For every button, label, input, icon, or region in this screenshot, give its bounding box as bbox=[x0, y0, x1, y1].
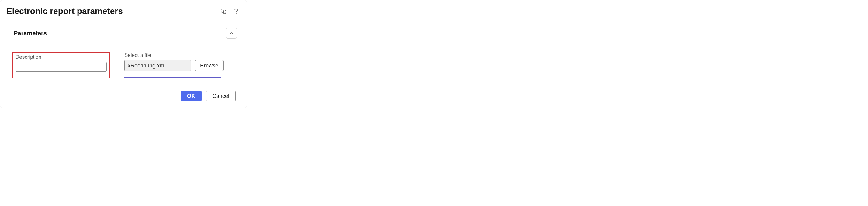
help-icon[interactable]: ? bbox=[232, 7, 241, 15]
browse-button[interactable]: Browse bbox=[195, 60, 223, 71]
section-header-parameters: Parameters bbox=[10, 25, 237, 41]
file-label: Select a file bbox=[124, 52, 223, 58]
dialog-footer: OK Cancel bbox=[6, 91, 241, 101]
dialog-header: Electronic report parameters ? bbox=[6, 6, 241, 16]
copilot-icon[interactable] bbox=[219, 7, 228, 15]
collapse-button[interactable] bbox=[226, 28, 237, 39]
cancel-button[interactable]: Cancel bbox=[206, 91, 236, 101]
description-label: Description bbox=[16, 54, 107, 60]
dialog-title: Electronic report parameters bbox=[6, 6, 123, 16]
header-icons: ? bbox=[219, 7, 241, 15]
file-name-display: xRechnung.xml bbox=[124, 60, 191, 71]
file-row: xRechnung.xml Browse bbox=[124, 60, 223, 71]
file-underline-highlight bbox=[124, 76, 221, 78]
file-group: Select a file xRechnung.xml Browse bbox=[124, 52, 223, 78]
chevron-up-icon bbox=[229, 31, 234, 35]
ok-button[interactable]: OK bbox=[181, 91, 202, 101]
description-input[interactable] bbox=[16, 62, 107, 72]
dialog-electronic-report-parameters: Electronic report parameters ? Parameter… bbox=[0, 0, 247, 108]
section-title: Parameters bbox=[14, 30, 47, 37]
description-group: Description bbox=[12, 52, 110, 78]
form-row: Description Select a file xRechnung.xml … bbox=[6, 52, 241, 78]
